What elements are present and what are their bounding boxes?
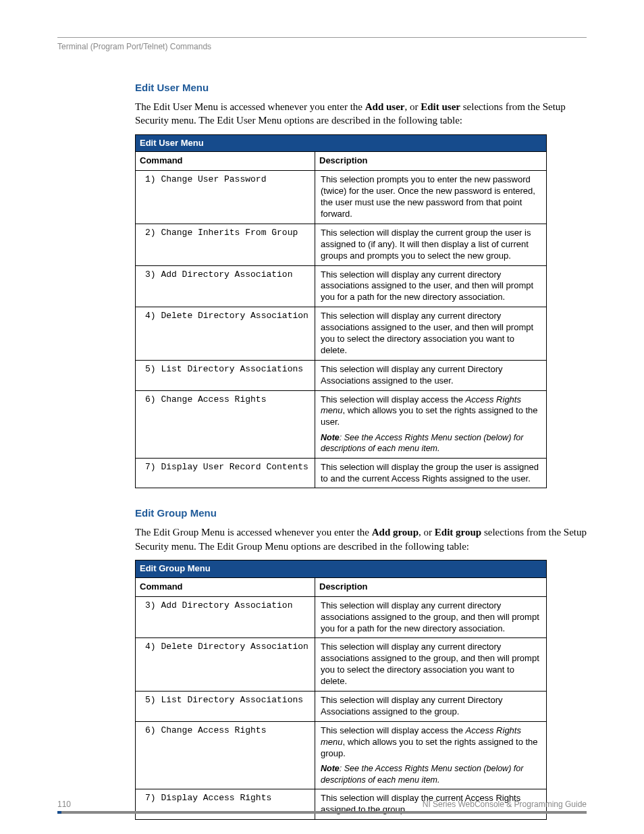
description-cell: This selection prompts you to enter the … [315,171,547,224]
desc-text: This selection will display access the [321,725,466,735]
table-row: 2) Change Inherits From Group This selec… [136,224,547,265]
command-cell: 6) Change Access Rights [136,390,315,458]
command-cell: 7) Display User Record Contents [136,458,315,488]
command-cell: 2) Change Inherits From Group [136,224,315,265]
note-block: Note: See the Access Rights Menu section… [321,763,541,785]
command-cell: 1) Change User Password [136,171,315,224]
description-cell: This selection will display any current … [315,638,547,692]
edit-group-menu-intro: The Edit Group Menu is accessed whenever… [135,525,587,553]
command-cell: 5) List Directory Associations [136,692,315,722]
intro-text: , or [404,101,421,112]
column-header-command: Command [136,577,315,596]
column-header-description: Description [315,577,547,596]
intro-text: The Edit Group Menu is accessed whenever… [135,527,372,538]
command-cell: 3) Add Directory Association [136,265,315,307]
description-cell: This selection will display the current … [315,224,547,265]
description-cell: This selection will display any current … [315,265,547,307]
page-number: 110 [57,800,71,809]
intro-text: , or [419,527,435,538]
intro-bold-2: Edit user [421,101,460,112]
table-row: 3) Add Directory Association This select… [136,265,547,307]
table-row: 4) Delete Directory Association This sel… [136,638,547,692]
edit-user-menu-table: Edit User Menu Command Description 1) Ch… [135,134,547,489]
top-rule [57,37,587,38]
column-header-command: Command [136,152,315,171]
description-cell: This selection will display the group th… [315,458,547,488]
command-cell: 5) List Directory Associations [136,360,315,390]
edit-user-menu-heading: Edit User Menu [135,82,587,93]
command-cell: 4) Delete Directory Association [136,307,315,361]
note-label: Note [321,764,340,773]
note-block: Note: See the Access Rights Menu section… [321,432,541,454]
command-cell: 3) Add Directory Association [136,596,315,638]
running-head: Terminal (Program Port/Telnet) Commands [57,42,587,51]
footer: 110 NI Series WebConsole & Programming G… [57,800,587,814]
column-header-description: Description [315,152,547,171]
description-cell: This selection will display any current … [315,307,547,361]
command-cell: 6) Change Access Rights [136,721,315,789]
table-row: 3) Add Directory Association This select… [136,596,547,638]
table-row: 4) Delete Directory Association This sel… [136,307,547,361]
table-row: 6) Change Access Rights This selection w… [136,721,547,789]
intro-bold-1: Add group [372,527,419,538]
table-row: 6) Change Access Rights This selection w… [136,390,547,458]
edit-user-menu-intro: The Edit User Menu is accessed whenever … [135,100,587,128]
table-row: 5) List Directory Associations This sele… [136,360,547,390]
description-cell: This selection will display any current … [315,692,547,722]
note-label: Note [321,433,340,442]
desc-text: , which allows you to set the rights ass… [321,737,538,758]
description-cell: This selection will display access the A… [315,390,547,458]
edit-group-menu-table: Edit Group Menu Command Description 3) A… [135,560,547,820]
intro-text: The Edit User Menu is accessed whenever … [135,101,365,112]
description-cell: This selection will display any current … [315,360,547,390]
description-cell: This selection will display any current … [315,596,547,638]
table-row: 1) Change User Password This selection p… [136,171,547,224]
guide-title: NI Series WebConsole & Programming Guide [423,800,587,809]
intro-bold-2: Edit group [435,527,481,538]
edit-group-menu-heading: Edit Group Menu [135,507,587,519]
command-cell: 4) Delete Directory Association [136,638,315,692]
note-text: : See the Access Rights Menu section (be… [321,433,523,453]
footer-rule [57,811,587,814]
desc-text: This selection will display access the [321,394,466,405]
description-cell: This selection will display access the A… [315,721,547,789]
desc-text: , which allows you to set the rights ass… [321,405,538,427]
table-row: 5) List Directory Associations This sele… [136,692,547,722]
content-area: Edit User Menu The Edit User Menu is acc… [135,82,587,820]
table-title: Edit Group Menu [136,560,547,577]
note-text: : See the Access Rights Menu section (be… [321,764,523,784]
table-row: 7) Display User Record Contents This sel… [136,458,547,488]
table-title: Edit User Menu [136,134,547,152]
intro-bold-1: Add user [365,101,405,112]
page: Terminal (Program Port/Telnet) Commands … [0,0,644,834]
